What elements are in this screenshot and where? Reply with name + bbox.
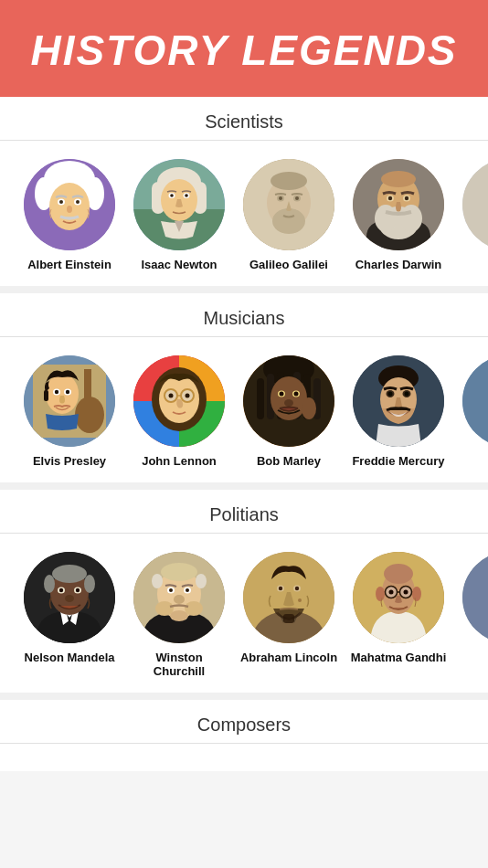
svg-point-100 xyxy=(84,575,95,593)
svg-rect-47 xyxy=(84,369,91,401)
svg-point-31 xyxy=(381,171,416,187)
svg-point-27 xyxy=(279,196,282,200)
avatar-more-sci xyxy=(462,159,488,250)
svg-point-24 xyxy=(272,208,305,234)
divider-1 xyxy=(0,286,488,293)
legend-name-mandela: Nelson Mandela xyxy=(25,651,115,664)
svg-point-89 xyxy=(405,392,409,397)
politicians-section: Politians xyxy=(0,490,488,693)
svg-point-78 xyxy=(280,392,284,397)
legend-item-marley[interactable]: Bob Marley xyxy=(234,355,344,468)
svg-point-37 xyxy=(388,196,392,200)
svg-point-128 xyxy=(298,598,302,602)
legend-name-marley: Bob Marley xyxy=(257,454,321,468)
svg-point-80 xyxy=(284,399,293,407)
legend-item-elvis[interactable]: Elvis Presley xyxy=(15,355,124,468)
svg-point-7 xyxy=(59,200,63,204)
musicians-row[interactable]: Elvis Presley xyxy=(0,337,488,482)
svg-point-132 xyxy=(384,564,413,584)
svg-point-39 xyxy=(462,159,488,250)
legend-item-more-mus[interactable]: J... xyxy=(453,355,488,468)
svg-point-19 xyxy=(185,194,188,197)
legend-name-newton: Isaac Newton xyxy=(141,258,217,271)
avatar-more-mus xyxy=(462,355,488,447)
musicians-section-header: Musicians xyxy=(0,293,488,337)
composers-section: Composers xyxy=(0,700,488,771)
svg-point-9 xyxy=(67,206,72,213)
avatar-darwin xyxy=(353,159,444,250)
svg-point-88 xyxy=(388,392,393,397)
svg-point-99 xyxy=(44,575,55,593)
politicians-row[interactable]: Nelson Mandela xyxy=(0,534,488,693)
avatar-mandela xyxy=(24,552,115,643)
svg-rect-69 xyxy=(257,378,264,419)
legend-item-gandhi[interactable]: Mahatma Gandhi xyxy=(344,552,453,678)
svg-point-34 xyxy=(400,205,422,232)
svg-point-109 xyxy=(152,574,163,588)
svg-point-111 xyxy=(161,563,197,581)
legend-name-galileo: Galileo Galilei xyxy=(249,258,328,271)
avatar-churchill xyxy=(133,552,225,643)
svg-point-141 xyxy=(412,587,421,601)
app-header: History Legends xyxy=(0,0,488,97)
svg-point-140 xyxy=(376,587,385,601)
legend-name-churchill: Winston Churchill xyxy=(129,651,229,678)
avatar-lennon xyxy=(133,355,225,447)
svg-point-28 xyxy=(295,196,299,200)
legend-item-darwin[interactable]: Charles Darwin xyxy=(344,159,453,271)
legend-item-mandela[interactable]: Nelson Mandela xyxy=(15,552,124,678)
svg-point-51 xyxy=(55,390,58,394)
svg-point-79 xyxy=(294,392,299,397)
svg-point-81 xyxy=(302,397,316,419)
svg-rect-123 xyxy=(283,614,294,623)
svg-point-119 xyxy=(170,610,188,621)
legend-name-freddie: Freddie Mercury xyxy=(352,454,444,468)
legend-name-darwin: Charles Darwin xyxy=(355,258,442,271)
avatar-newton xyxy=(133,159,225,250)
svg-point-116 xyxy=(169,588,173,592)
legend-item-more-sci[interactable] xyxy=(453,159,488,271)
svg-point-18 xyxy=(170,194,174,197)
svg-point-65 xyxy=(186,394,190,398)
svg-point-117 xyxy=(186,588,189,592)
svg-point-142 xyxy=(462,552,488,643)
svg-rect-53 xyxy=(44,390,48,401)
legend-item-more-pol[interactable] xyxy=(453,552,488,678)
svg-point-103 xyxy=(59,588,63,592)
svg-point-138 xyxy=(389,590,394,595)
svg-point-38 xyxy=(405,196,408,200)
legend-item-lincoln[interactable]: Abraham Lincoln xyxy=(234,552,344,678)
avatar-galileo xyxy=(243,159,334,250)
svg-point-48 xyxy=(46,374,79,414)
legend-name-gandhi: Mahatma Gandhi xyxy=(351,651,447,664)
legend-item-churchill[interactable]: Winston Churchill xyxy=(124,552,234,678)
svg-point-127 xyxy=(295,587,299,590)
svg-point-8 xyxy=(76,200,80,204)
legend-item-freddie[interactable]: Freddie Mercury xyxy=(344,355,453,468)
avatar-lincoln xyxy=(243,552,334,643)
avatar-elvis xyxy=(24,355,115,447)
avatar-einstein xyxy=(24,159,115,250)
legend-item-galileo[interactable]: Galileo Galilei xyxy=(234,159,344,271)
composers-section-header: Composers xyxy=(0,700,488,744)
avatar-freddie xyxy=(353,355,444,447)
scientists-row[interactable]: Albert Einstein xyxy=(0,141,488,286)
politicians-section-header: Politians xyxy=(0,490,488,534)
svg-point-52 xyxy=(66,390,69,394)
avatar-gandhi xyxy=(353,552,444,643)
svg-point-126 xyxy=(279,587,282,590)
svg-point-90 xyxy=(462,355,488,447)
svg-point-33 xyxy=(375,205,397,232)
legend-item-newton[interactable]: Isaac Newton xyxy=(124,159,234,271)
svg-point-98 xyxy=(52,565,87,583)
legend-item-einstein[interactable]: Albert Einstein xyxy=(15,159,124,271)
legend-item-lennon[interactable]: John Lennon xyxy=(124,355,234,468)
svg-point-46 xyxy=(75,397,104,433)
legend-name-lincoln: Abraham Lincoln xyxy=(240,651,337,664)
divider-3 xyxy=(0,693,488,700)
app-title: History Legends xyxy=(18,26,470,75)
svg-point-104 xyxy=(76,588,80,592)
scientists-section-header: Scientists xyxy=(0,97,488,141)
svg-point-23 xyxy=(271,172,307,190)
musicians-section: Musicians xyxy=(0,293,488,482)
